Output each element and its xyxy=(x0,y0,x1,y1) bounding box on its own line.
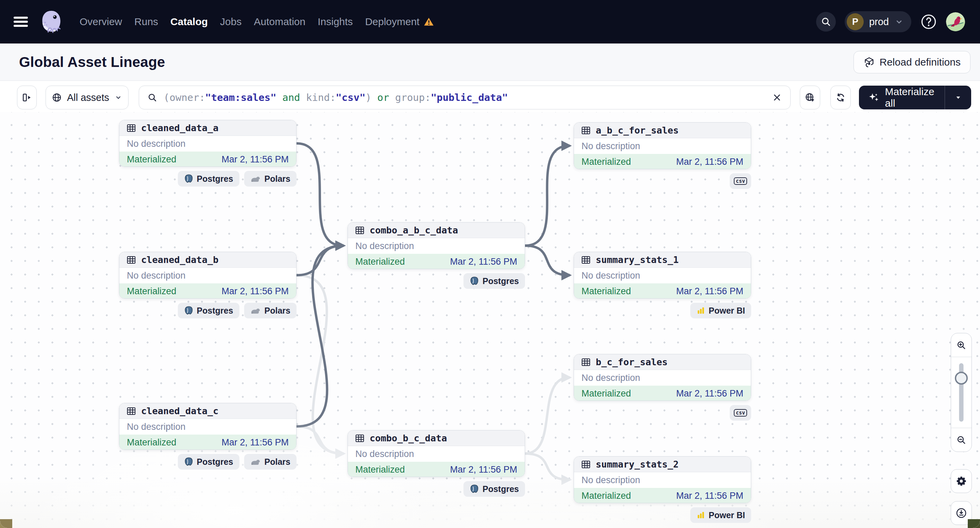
postgres-icon xyxy=(184,174,194,184)
dagster-app-window: OverviewRunsCatalogJobsAutomationInsight… xyxy=(0,0,980,528)
materialization-status: Materialized xyxy=(581,388,631,399)
nav-item-catalog[interactable]: Catalog xyxy=(170,16,208,27)
asset-node-header: combo_b_c_data xyxy=(348,430,525,446)
desktop-corner-right xyxy=(968,519,980,528)
asset-status-row: Materialized Mar 2, 11:56 PM xyxy=(574,385,751,401)
asset-status-row: Materialized Mar 2, 11:56 PM xyxy=(348,462,525,477)
chevron-down-icon xyxy=(894,17,904,27)
globe-add-icon xyxy=(805,92,815,103)
materialization-timestamp: Mar 2, 11:56 PM xyxy=(676,388,743,399)
kind-tag-postgres[interactable]: Postgres xyxy=(463,273,525,289)
nav-item-runs[interactable]: Runs xyxy=(134,16,158,27)
asset-node-combo_a_b_c_data[interactable]: combo_a_b_c_data No description Material… xyxy=(347,222,525,269)
nav-item-overview[interactable]: Overview xyxy=(80,16,122,27)
kind-tag-polars[interactable]: Polars xyxy=(244,171,296,187)
lineage-edge-cleaned_data_a-to-combo_a_b_c_data xyxy=(296,143,343,246)
materialization-status: Materialized xyxy=(581,286,631,297)
kind-tag-postgres[interactable]: Postgres xyxy=(463,481,525,497)
kind-tag-polars[interactable]: Polars xyxy=(244,454,296,469)
materialization-status: Materialized xyxy=(127,437,177,448)
asset-node-a_b_c_for_sales[interactable]: a_b_c_for_sales No description Materiali… xyxy=(574,122,751,169)
asset-node-header: cleaned_data_a xyxy=(119,120,296,136)
open-left-panel-button[interactable] xyxy=(17,86,37,109)
zoom-slider-handle[interactable] xyxy=(955,372,968,385)
asset-description: No description xyxy=(119,136,296,152)
close-icon xyxy=(772,92,782,103)
materialization-status: Materialized xyxy=(581,491,631,501)
asset-name: b_c_for_sales xyxy=(596,357,668,367)
asset-tags-summary_stats_1: Power BI xyxy=(574,303,751,319)
sparkles-icon xyxy=(869,92,880,103)
materialize-all-label: Materialize all xyxy=(885,86,945,109)
asset-tags-cleaned_data_c: PostgresPolars xyxy=(119,454,296,469)
lineage-canvas[interactable]: cleaned_data_a No description Materializ… xyxy=(0,112,980,528)
view-full-graph-button[interactable] xyxy=(800,86,820,109)
asset-name: summary_stats_1 xyxy=(596,254,679,265)
reload-definitions-button[interactable]: Reload definitions xyxy=(853,51,971,73)
asset-tags-combo_a_b_c_data: Postgres xyxy=(347,273,525,289)
expand-panel-icon xyxy=(21,92,33,103)
table-icon xyxy=(126,123,136,133)
nav-item-insights[interactable]: Insights xyxy=(318,16,353,27)
graph-settings-button[interactable] xyxy=(951,469,972,493)
desktop-corner-left xyxy=(0,519,12,528)
asset-node-header: summary_stats_1 xyxy=(574,252,751,268)
menu-icon[interactable] xyxy=(14,17,28,27)
page-header: Global Asset Lineage Reload definitions xyxy=(0,43,980,81)
refresh-button[interactable] xyxy=(830,86,851,109)
asset-node-header: cleaned_data_b xyxy=(119,252,296,268)
asset-node-summary_stats_2[interactable]: summary_stats_2 No description Materiali… xyxy=(574,456,751,503)
table-icon xyxy=(355,433,365,443)
kind-tag-polars[interactable]: Polars xyxy=(244,303,296,319)
search-icon xyxy=(147,92,158,103)
asset-node-header: combo_a_b_c_data xyxy=(348,222,525,238)
kind-tag-csv[interactable]: csv xyxy=(730,173,751,189)
asset-node-combo_b_c_data[interactable]: combo_b_c_data No description Materializ… xyxy=(347,430,525,477)
refresh-icon xyxy=(835,92,846,103)
asset-status-row: Materialized Mar 2, 11:56 PM xyxy=(119,434,296,450)
lineage-edge-cleaned_data_c-to-combo_b_c_data xyxy=(296,427,343,453)
asset-node-cleaned_data_c[interactable]: cleaned_data_c No description Materializ… xyxy=(119,403,296,450)
nav-item-jobs[interactable]: Jobs xyxy=(220,16,242,27)
asset-node-cleaned_data_a[interactable]: cleaned_data_a No description Materializ… xyxy=(119,120,296,167)
nav-item-deployment[interactable]: Deployment xyxy=(365,16,434,27)
asset-scope-dropdown[interactable]: All assets xyxy=(46,86,129,109)
asset-selection-input[interactable]: (owner:"team:sales" and kind:"csv") or g… xyxy=(139,86,791,109)
materialization-timestamp: Mar 2, 11:56 PM xyxy=(676,491,743,501)
asset-name: cleaned_data_b xyxy=(141,254,219,265)
asset-name: cleaned_data_c xyxy=(141,406,219,416)
zoom-out-icon xyxy=(956,434,967,446)
deployment-switcher[interactable]: P prod xyxy=(845,11,911,32)
page-title: Global Asset Lineage xyxy=(19,54,165,70)
asset-node-cleaned_data_b[interactable]: cleaned_data_b No description Materializ… xyxy=(119,252,296,299)
polars-icon xyxy=(250,175,261,182)
kind-tag-powerbi[interactable]: Power BI xyxy=(690,507,751,523)
clear-selection-button[interactable] xyxy=(772,92,782,103)
kind-tag-csv[interactable]: csv xyxy=(730,405,751,421)
globe-icon xyxy=(51,92,62,103)
asset-node-b_c_for_sales[interactable]: b_c_for_sales No description Materialize… xyxy=(574,354,751,401)
global-search-button[interactable] xyxy=(816,12,836,32)
asset-status-row: Materialized Mar 2, 11:56 PM xyxy=(574,154,751,169)
help-button[interactable] xyxy=(920,13,937,30)
lineage-edge-combo_a_b_c_data-to-summary_stats_1 xyxy=(525,246,569,275)
materialize-options-button[interactable] xyxy=(945,86,971,109)
materialization-timestamp: Mar 2, 11:56 PM xyxy=(450,257,517,267)
kind-tag-postgres[interactable]: Postgres xyxy=(178,171,239,187)
kind-tag-powerbi[interactable]: Power BI xyxy=(690,303,751,319)
asset-node-summary_stats_1[interactable]: summary_stats_1 No description Materiali… xyxy=(574,252,751,299)
kind-tag-postgres[interactable]: Postgres xyxy=(178,454,239,469)
nav-item-automation[interactable]: Automation xyxy=(254,16,305,27)
materialize-all-button[interactable]: Materialize all xyxy=(859,86,971,109)
zoom-in-button[interactable] xyxy=(951,333,972,357)
dagster-logo-icon[interactable] xyxy=(39,7,64,36)
lineage-toolbar: All assets (owner:"team:sales" and kind:… xyxy=(0,81,980,112)
zoom-slider[interactable] xyxy=(951,357,972,428)
zoom-out-button[interactable] xyxy=(951,428,972,452)
asset-node-header: cleaned_data_c xyxy=(119,403,296,419)
user-avatar[interactable] xyxy=(946,12,965,31)
asset-status-row: Materialized Mar 2, 11:56 PM xyxy=(574,283,751,299)
asset-description: No description xyxy=(348,238,525,254)
asset-tags-summary_stats_2: Power BI xyxy=(574,507,751,523)
kind-tag-postgres[interactable]: Postgres xyxy=(178,303,239,319)
